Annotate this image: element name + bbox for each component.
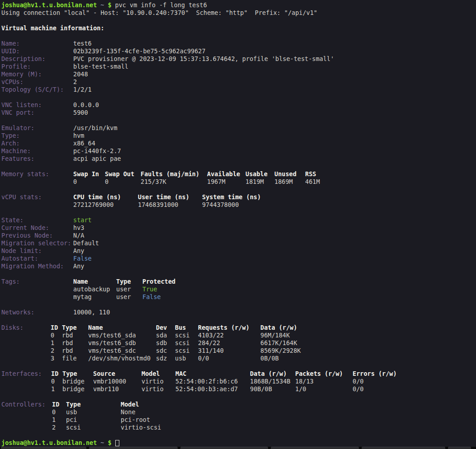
field-row: Current Node:hv3 (1, 224, 476, 232)
field-row: Memory (M):2048 (1, 70, 476, 78)
table-header-cell: Usable (245, 170, 274, 178)
table-header-cell: Packets (r/w) (295, 370, 353, 378)
field-row: VNC port:5900 (1, 109, 476, 117)
command-text: pvc vm info -f long test6 (115, 1, 207, 9)
table-header-cell: Swap Out (105, 170, 141, 178)
table-cell: rbd (62, 332, 88, 339)
interface-row: 1bridgevmbr110virtio52:54:00:b3:ae:d790B… (1, 385, 476, 393)
memory-stats-header-row: Memory stats:Swap InSwap OutFaults (maj/… (1, 170, 476, 178)
table-cell: scsi (175, 339, 198, 347)
field-label: Autostart: (1, 255, 73, 262)
table-header-cell: Name (73, 278, 116, 285)
tag-protected-value: True (142, 285, 157, 293)
table-cell: 90B/0B (250, 385, 295, 393)
field-value: hv3 (73, 224, 84, 232)
table-header-cell: Name (88, 324, 156, 332)
table-cell: 461M (305, 178, 320, 186)
table-header-cell: Faults (maj/min) (141, 170, 207, 178)
field-row: Migration selector:Default (1, 239, 476, 247)
page-title: Virtual machine information: (1, 24, 104, 32)
field-label: Disks: (1, 324, 51, 332)
table-cell: scsi (175, 332, 198, 339)
disks-section: Disks:IDTypeNameDevBusRequests (r/w)Data… (1, 324, 476, 362)
prompt-dollar: $ (108, 439, 111, 447)
terminal-window[interactable]: { "colors": { "background": "#1b1b22", "… (0, 0, 476, 449)
state-value: start (73, 216, 92, 224)
table-cell: bridge (62, 378, 93, 385)
table-cell: bridge (62, 385, 93, 393)
field-label: vCPUs: (1, 78, 73, 86)
field-value: test6 (73, 40, 92, 47)
table-header-cell: Errors (r/w) (353, 370, 397, 378)
table-cell: 96M/184K (260, 332, 290, 339)
field-value: PVC provisioner @ 2023-12-09 15:37:13.67… (73, 55, 334, 63)
table-header-cell: Swap In (73, 170, 105, 178)
table-cell: 6617K/164K (260, 339, 297, 347)
table-header-cell: Model (121, 401, 139, 408)
tab-segment[interactable] (271, 447, 359, 449)
table-header-cell: User time (ns) (138, 193, 202, 201)
autostart-value: False (73, 255, 92, 262)
connection-line: Using connection "local" - Host: "10.90.… (1, 9, 476, 17)
field-row: Previous Node:N/A (1, 232, 476, 239)
table-header-cell: Type (116, 278, 142, 285)
field-value: Any (73, 262, 84, 270)
table-header-cell: Dev (156, 324, 175, 332)
field-label: VNC port: (1, 109, 73, 117)
table-cell: 1819M (245, 178, 274, 186)
table-header-cell: Unused (274, 170, 305, 178)
tab-segment[interactable] (180, 447, 268, 449)
networks-row: Networks:10000, 110 (1, 309, 476, 316)
field-label: Interfaces: (1, 370, 51, 378)
field-value: 5900 (73, 109, 88, 117)
vnc-section: VNC listen:0.0.0.0 VNC port:5900 (1, 101, 476, 117)
table-header-cell: MAC (175, 370, 250, 378)
field-label: Type: (1, 132, 73, 140)
controllers-header-row: Controllers:IDTypeModel (1, 401, 476, 408)
table-cell: sdz (156, 355, 175, 362)
tab-segment[interactable] (362, 447, 445, 449)
connection-text: Using connection "local" - Host: "10.90.… (1, 9, 317, 17)
field-label: Emulator: (1, 124, 73, 132)
tag-row: autobackupuserTrue (1, 285, 476, 293)
table-cell: rbd (62, 347, 88, 355)
field-row: Arch:x86_64 (1, 140, 476, 147)
table-cell: user (116, 285, 142, 293)
table-cell: 4103/22 (198, 332, 260, 339)
table-cell: scsi (175, 347, 198, 355)
table-cell: 0 (105, 178, 141, 186)
field-label: Node limit: (1, 247, 73, 255)
prompt-user-host: joshua@hv1.t.u.bonilan.net (1, 439, 97, 447)
table-cell: vms/test6_sdb (88, 339, 156, 347)
table-cell: 0/0 (198, 355, 260, 362)
table-cell: 52:54:00:2f:b6:c6 (175, 378, 250, 385)
terminal-screen[interactable]: joshua@hv1.t.u.bonilan.net~$pvc vm info … (0, 0, 476, 447)
prompt-line-top: joshua@hv1.t.u.bonilan.net~$pvc vm info … (1, 1, 476, 9)
controller-row: 1pcipci-root (1, 416, 476, 424)
basic-info-section: Name:test6 UUID:02b3239f-135f-4cfe-be75-… (1, 40, 476, 94)
table-header-cell: Source (93, 370, 141, 378)
table-cell: 1/0 (295, 385, 353, 393)
field-label: Previous Node: (1, 232, 73, 239)
vcpu-stats-value-row: 27212769000174683910009744378000 (1, 201, 476, 209)
field-row: Description:PVC provisioner @ 2023-12-09… (1, 55, 476, 63)
table-cell: 9744378000 (202, 201, 239, 209)
table-cell: 0 (73, 178, 105, 186)
field-label: vCPU stats: (1, 193, 73, 201)
tab-segment[interactable] (448, 447, 471, 449)
field-row: Type:hvm (1, 132, 476, 140)
field-value: 0.0.0.0 (73, 101, 99, 109)
table-cell: 0B/0B (260, 355, 279, 362)
tab-segment[interactable] (1, 447, 86, 449)
table-cell: file (62, 355, 88, 362)
table-cell: sdc (156, 347, 175, 355)
tab-segment[interactable] (89, 447, 178, 449)
tag-row: mytaguserFalse (1, 293, 476, 301)
field-value: acpi apic pae (73, 155, 121, 163)
field-row: Migration Method:Any (1, 262, 476, 270)
vcpu-stats-section: vCPU stats:CPU time (ns)User time (ns)Sy… (1, 193, 476, 209)
table-cell: 0/0 (353, 378, 363, 385)
field-label: Controllers: (1, 401, 52, 408)
table-cell: 2 (51, 347, 62, 355)
table-cell: 18/13 (295, 378, 353, 385)
